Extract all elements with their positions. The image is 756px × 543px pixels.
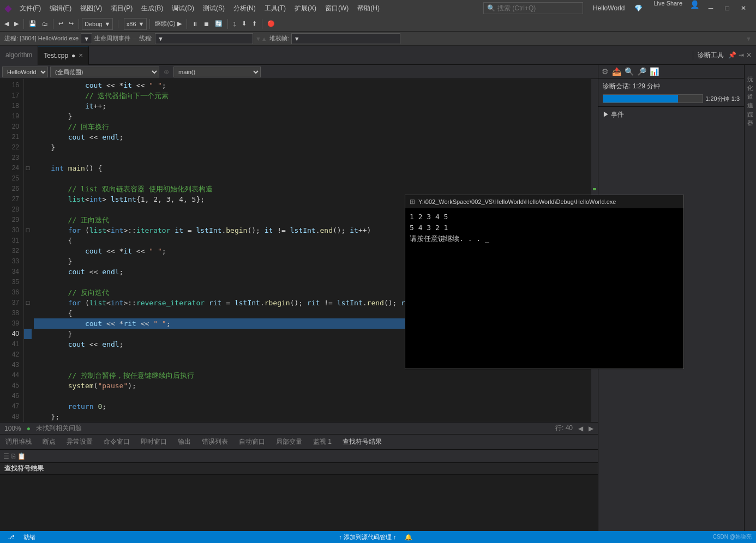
toolbar-undo[interactable]: ↩ <box>56 19 65 28</box>
toolbar-breakpoint[interactable]: 🔴 <box>265 19 277 28</box>
toolbar-step-over[interactable]: ⤵ <box>231 20 238 28</box>
menu-extensions[interactable]: 扩展(X) <box>291 3 320 14</box>
panel-tool-icon2[interactable]: ⎘ <box>11 452 15 460</box>
toolbar-sep1 <box>23 19 24 29</box>
platform-dropdown[interactable]: x86 ▼ <box>124 18 147 30</box>
bell-icon[interactable]: 🔔 <box>401 534 416 541</box>
menu-build[interactable]: 生成(B) <box>138 3 166 14</box>
ln-21: 21 <box>0 132 19 142</box>
tab-command[interactable]: 命令窗口 <box>98 435 135 450</box>
fold-24[interactable]: □ <box>24 163 32 173</box>
code-22: } <box>34 142 591 153</box>
toolbar-stop[interactable]: ⏹ <box>201 20 212 28</box>
diag-move-icon[interactable]: ⇥ <box>739 51 744 59</box>
minimize-button[interactable]: ─ <box>703 0 719 16</box>
ln-39: 39 <box>0 318 19 329</box>
toolbar-pause[interactable]: ⏸ <box>190 20 200 28</box>
diag-zoom-in-icon[interactable]: 🔍 <box>625 67 634 76</box>
diag-chart-icon[interactable]: 📊 <box>650 67 659 76</box>
tab-test-cpp-label: Test.cpp <box>44 52 68 59</box>
diag-pin-icon[interactable]: 📌 <box>728 51 736 59</box>
live-share-btn[interactable]: Live Share <box>649 0 687 16</box>
tab-auto[interactable]: 自动窗口 <box>233 435 271 450</box>
function-select[interactable]: main() <box>173 67 261 77</box>
status-check-icon: ● <box>27 425 31 432</box>
menu-debug[interactable]: 调试(D) <box>169 3 197 14</box>
menu-window[interactable]: 窗口(W) <box>322 3 352 14</box>
toolbar-save[interactable]: 💾 <box>27 19 39 28</box>
toolbar-save-all[interactable]: 🗂 <box>40 20 50 28</box>
side-collapse-btn1[interactable]: 沅 <box>745 68 755 75</box>
continue-button[interactable]: 继续(C) ▶ <box>153 19 183 29</box>
diag-close-icon[interactable]: ✕ <box>746 51 752 59</box>
thread-dropdown[interactable]: ▼ <box>155 33 253 44</box>
ln-30: 30 <box>0 225 19 236</box>
fold-30[interactable]: □ <box>24 225 32 236</box>
code-24: int main() { <box>34 163 591 173</box>
diag-settings-icon[interactable]: ⚙ <box>602 67 609 76</box>
user-icon[interactable]: 👤 <box>687 0 703 16</box>
maximize-button[interactable]: □ <box>719 0 735 16</box>
tab-callstack[interactable]: 调用堆栈 <box>0 435 37 450</box>
editor-bottom-bar: 100% ● 未找到相关问题 行: 40 ◀ ▶ <box>0 422 598 434</box>
side-collapse-btn5[interactable]: 踪 <box>745 103 755 110</box>
terminal-content: 1 2 3 4 5 5 4 3 2 1 请按任意键继续. . . _ <box>405 208 683 369</box>
menu-project[interactable]: 项目(P) <box>107 3 136 14</box>
side-collapse-btn4[interactable]: 追 <box>745 94 755 101</box>
side-collapse-btn2[interactable]: 化 <box>745 77 755 83</box>
tab-close-icon[interactable]: ✕ <box>79 52 83 58</box>
process-label: 进程: [3804] HelloWorld.exe <box>4 34 79 43</box>
fold-37[interactable]: □ <box>24 298 32 308</box>
stack-dropdown[interactable]: ▼ <box>291 33 400 44</box>
debug-config-dropdown[interactable]: Debug ▼ <box>82 18 113 30</box>
fold-34 <box>24 267 32 277</box>
side-collapse-btn3[interactable]: 道 <box>745 86 755 92</box>
main-content: HelloWorld (全局范围) ⊕ main() 16 17 18 19 2… <box>0 65 756 543</box>
bottom-panel-toolbar: ☰ ⎘ 📋 <box>0 450 598 463</box>
tab-locals[interactable]: 局部变量 <box>271 435 308 450</box>
panel-tool-icon1[interactable]: ☰ <box>3 452 9 460</box>
toolbar-step-into[interactable]: ⬇ <box>239 19 249 28</box>
menu-help[interactable]: 帮助(H) <box>354 3 383 14</box>
toolbar-step-out[interactable]: ⬆ <box>250 19 259 28</box>
process-dropdown[interactable]: ▼ <box>81 33 92 44</box>
tab-breakpoints[interactable]: 断点 <box>37 435 61 450</box>
scope-select[interactable]: (全局范围) <box>50 67 159 77</box>
side-collapse-btn6[interactable]: 器 <box>745 112 755 118</box>
menu-file[interactable]: 文件(F) <box>16 3 44 14</box>
diag-timer2: 1:3 <box>731 95 740 102</box>
tab-output[interactable]: 输出 <box>172 435 196 450</box>
tab-immediate[interactable]: 即时窗口 <box>135 435 172 450</box>
panel-tool-icon3[interactable]: 📋 <box>17 452 26 460</box>
tab-watch1[interactable]: 监视 1 <box>308 435 337 450</box>
toolbar-back[interactable]: ◀ <box>2 19 11 28</box>
tab-test-cpp[interactable]: Test.cpp ● ✕ <box>38 46 89 65</box>
close-button[interactable]: ✕ <box>735 0 752 16</box>
code-44: // 控制台暂停，按任意键继续向后执行 <box>34 370 591 381</box>
source-control-link[interactable]: ↑ 添加到源代码管理 ↑ <box>335 533 399 541</box>
fold-27 <box>24 194 32 204</box>
toolbar-redo[interactable]: ↪ <box>67 19 76 28</box>
tab-exceptions[interactable]: 异常设置 <box>61 435 98 450</box>
tab-find-symbol[interactable]: 查找符号结果 <box>337 435 387 450</box>
tab-errors[interactable]: 错误列表 <box>196 435 233 450</box>
search-input[interactable] <box>497 4 579 12</box>
menu-view[interactable]: 视图(V) <box>77 3 105 14</box>
git-icon[interactable]: ⎇ <box>4 534 18 541</box>
fold-39 <box>24 318 32 329</box>
menu-test[interactable]: 测试(S) <box>200 3 228 14</box>
ln-23: 23 <box>0 153 19 163</box>
menu-tools[interactable]: 工具(T) <box>261 3 289 14</box>
search-box[interactable]: 🔍 <box>483 2 583 14</box>
file-select[interactable]: HelloWorld <box>2 67 48 77</box>
fold-44 <box>24 370 32 381</box>
diag-export-icon[interactable]: 📤 <box>612 67 621 76</box>
line-numbers: 16 17 18 19 20 21 22 23 24 25 26 27 28 2… <box>0 79 24 422</box>
toolbar-restart[interactable]: 🔄 <box>213 19 225 28</box>
menu-analyze[interactable]: 分析(N) <box>230 3 259 14</box>
menu-edit[interactable]: 编辑(E) <box>46 3 75 14</box>
toolbar-forward[interactable]: ▶ <box>12 19 21 28</box>
diag-zoom-out-icon[interactable]: 🔎 <box>637 67 646 76</box>
fold-45 <box>24 381 32 391</box>
tab-algorithm[interactable]: algorithm <box>0 46 38 65</box>
